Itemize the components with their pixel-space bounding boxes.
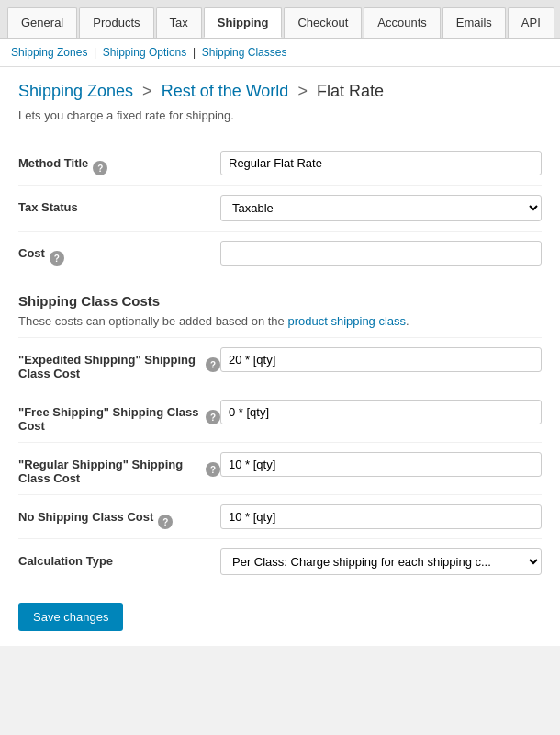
free-class-cost-input-wrapper — [220, 400, 542, 424]
method-title-row: Method Title ? — [18, 141, 542, 185]
breadcrumb-shipping-zones[interactable]: Shipping Zones — [18, 82, 133, 100]
calc-type-row: Calculation Type Per Class: Charge shipp… — [18, 538, 542, 584]
shipping-class-costs-description: These costs can optionally be added base… — [18, 314, 542, 328]
breadcrumb-current: Flat Rate — [317, 82, 384, 100]
page-description: Lets you charge a fixed rate for shippin… — [18, 108, 542, 122]
breadcrumb-sep-2: > — [297, 82, 308, 100]
cost-input[interactable] — [220, 241, 542, 266]
expedited-class-cost-row: "Expedited Shipping" Shipping Class Cost… — [18, 337, 542, 390]
cost-input-wrapper — [220, 241, 542, 266]
subnav-shipping-classes[interactable]: Shipping Classes — [202, 46, 287, 59]
method-title-help-icon[interactable]: ? — [93, 161, 107, 175]
tab-checkout[interactable]: Checkout — [284, 7, 362, 38]
free-class-cost-input[interactable] — [220, 400, 542, 424]
tax-status-input-wrapper: Taxable None — [220, 195, 542, 221]
free-help-icon[interactable]: ? — [206, 410, 220, 424]
no-class-cost-input-wrapper — [220, 504, 542, 529]
sub-nav: Shipping Zones | Shipping Options | Ship… — [0, 39, 560, 67]
expedited-class-cost-label: "Expedited Shipping" Shipping Class Cost… — [18, 347, 220, 380]
tab-emails[interactable]: Emails — [442, 7, 506, 38]
tax-status-select[interactable]: Taxable None — [220, 195, 542, 221]
cost-label: Cost ? — [18, 241, 220, 266]
tab-api[interactable]: API — [508, 7, 554, 38]
breadcrumb-rest-of-world[interactable]: Rest of the World — [162, 82, 289, 100]
subnav-shipping-zones[interactable]: Shipping Zones — [11, 46, 87, 59]
tax-status-row: Tax Status Taxable None — [18, 185, 542, 231]
breadcrumb: Shipping Zones > Rest of the World > Fla… — [18, 82, 542, 101]
tab-shipping[interactable]: Shipping — [204, 7, 283, 38]
free-class-cost-label: "Free Shipping" Shipping Class Cost ? — [18, 400, 220, 433]
no-class-help-icon[interactable]: ? — [158, 514, 173, 529]
shipping-class-costs-heading: Shipping Class Costs — [18, 293, 542, 309]
regular-class-cost-row: "Regular Shipping" Shipping Class Cost ? — [18, 442, 542, 494]
calc-type-select[interactable]: Per Class: Charge shipping for each ship… — [220, 548, 542, 575]
regular-class-cost-input-wrapper — [220, 452, 542, 477]
expedited-help-icon[interactable]: ? — [206, 357, 220, 372]
no-class-cost-label: No Shipping Class Cost ? — [18, 504, 220, 529]
product-shipping-class-link[interactable]: product shipping class — [287, 314, 406, 328]
no-class-cost-input[interactable] — [220, 504, 542, 529]
expedited-class-cost-input[interactable] — [220, 347, 542, 372]
tab-general[interactable]: General — [7, 7, 77, 38]
expedited-class-cost-input-wrapper — [220, 347, 542, 372]
main-content: Shipping Zones > Rest of the World > Fla… — [0, 67, 560, 646]
calc-type-input-wrapper: Per Class: Charge shipping for each ship… — [220, 548, 542, 575]
tab-tax[interactable]: Tax — [156, 7, 202, 38]
free-class-cost-row: "Free Shipping" Shipping Class Cost ? — [18, 390, 542, 442]
tax-status-label: Tax Status — [18, 195, 220, 214]
save-changes-button[interactable]: Save changes — [18, 603, 123, 631]
method-title-input-wrapper — [220, 151, 542, 175]
regular-class-cost-label: "Regular Shipping" Shipping Class Cost ? — [18, 452, 220, 485]
breadcrumb-sep-1: > — [142, 82, 152, 100]
cost-row: Cost ? — [18, 231, 542, 275]
method-title-label: Method Title ? — [18, 151, 220, 175]
regular-class-cost-input[interactable] — [220, 452, 542, 477]
method-title-input[interactable] — [220, 151, 542, 175]
calc-type-label: Calculation Type — [18, 548, 220, 568]
top-nav-tabs: General Products Tax Shipping Checkout A… — [0, 0, 560, 39]
subnav-shipping-options[interactable]: Shipping Options — [103, 46, 186, 59]
no-class-cost-row: No Shipping Class Cost ? — [18, 494, 542, 538]
cost-help-icon[interactable]: ? — [50, 251, 64, 266]
regular-help-icon[interactable]: ? — [206, 462, 220, 477]
tab-products[interactable]: Products — [79, 7, 153, 38]
tab-accounts[interactable]: Accounts — [364, 7, 440, 38]
